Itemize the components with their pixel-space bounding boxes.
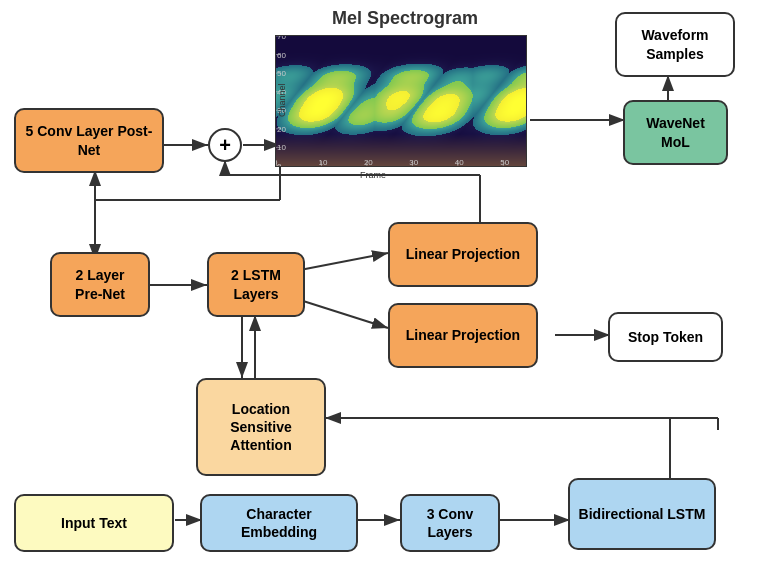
stop-token-box: Stop Token [608,312,723,362]
bi-lstm-box: Bidirectional LSTM [568,478,716,550]
lstm-box: 2 LSTM Layers [207,252,305,317]
svg-line-7 [300,253,388,270]
y-axis-label: Channel [277,35,287,165]
conv-layers-box: 3 Conv Layers [400,494,500,552]
circle-plus: + [208,128,242,162]
x-axis-label: Frame [360,170,386,180]
mel-spectrogram-title: Mel Spectrogram [295,8,515,29]
wavenet-box: WaveNet MoL [623,100,728,165]
attention-box: Location Sensitive Attention [196,378,326,476]
architecture-diagram: Mel Spectrogram Channel Frame + 5 Conv L… [0,0,779,568]
svg-line-8 [300,300,388,328]
prenet-box: 2 Layer Pre-Net [50,252,150,317]
linear-proj-1-box: Linear Projection [388,222,538,287]
linear-proj-2-box: Linear Projection [388,303,538,368]
mel-spectrogram-image [275,35,527,167]
char-embedding-box: Character Embedding [200,494,358,552]
input-text-box: Input Text [14,494,174,552]
waveform-box: Waveform Samples [615,12,735,77]
conv-postnet-box: 5 Conv Layer Post-Net [14,108,164,173]
